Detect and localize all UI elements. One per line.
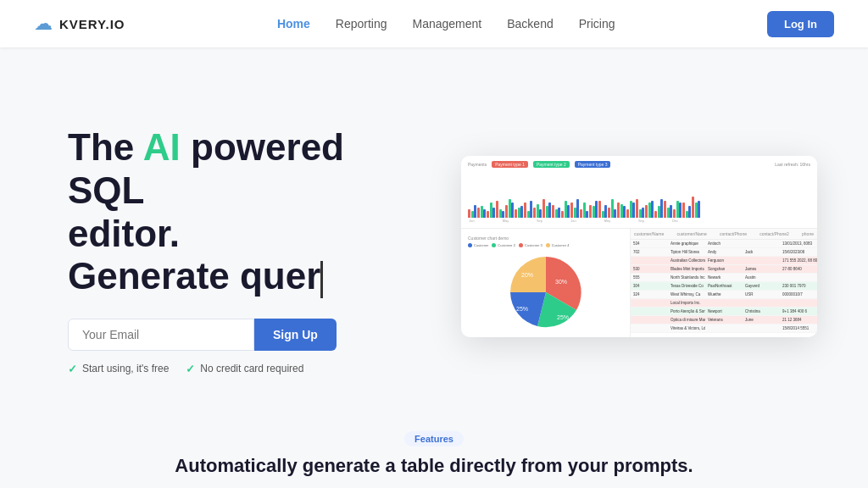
hero-checks: ✓ Start using, it's free ✓ No credit car… — [68, 363, 424, 375]
email-input[interactable] — [68, 319, 254, 351]
features-title: Automatically generate a table directly … — [175, 455, 693, 477]
signup-button[interactable]: Sign Up — [254, 319, 337, 351]
nav-links: Home Reporting Management Backend Pricin… — [277, 17, 615, 30]
check-free: ✓ Start using, it's free — [68, 363, 169, 375]
checkmark-icon-1: ✓ — [68, 363, 77, 375]
features-section: Features Automatically generate a table … — [0, 420, 868, 488]
hero-left: The AI powered SQL editor. Generate quer… — [68, 126, 424, 374]
logo: ☁ KVERY.IO — [34, 13, 125, 35]
nav-backend[interactable]: Backend — [507, 17, 553, 30]
hero-title: The AI powered SQL editor. Generate quer — [68, 126, 424, 297]
svg-text:25%: 25% — [515, 306, 527, 312]
features-badge: Features — [404, 431, 464, 446]
logo-text: KVERY.IO — [59, 17, 125, 31]
hero-title-line3: Generate quer — [68, 255, 323, 297]
check-no-card: ✓ No credit card required — [186, 363, 303, 375]
nav-reporting[interactable]: Reporting — [336, 17, 387, 30]
navbar: ☁ KVERY.IO Home Reporting Management Bac… — [0, 0, 868, 47]
login-button[interactable]: Log In — [767, 11, 834, 37]
hero-ai-highlight: AI — [143, 126, 181, 168]
logo-icon: ☁ — [34, 13, 53, 35]
dashboard-mockup: Payments Payment type 1 Payment type 2 P… — [461, 156, 817, 337]
nav-management[interactable]: Management — [413, 17, 482, 30]
nav-pricing[interactable]: Pricing — [579, 17, 615, 30]
signup-form: Sign Up — [68, 319, 424, 351]
nav-home[interactable]: Home — [277, 17, 310, 30]
svg-text:20%: 20% — [520, 272, 532, 278]
hero-title-line2: editor. — [68, 213, 180, 254]
checkmark-icon-2: ✓ — [186, 363, 195, 375]
hero-title-line1: The AI powered SQL — [68, 126, 344, 211]
svg-text:25%: 25% — [556, 314, 568, 320]
pie-chart: 30% 25% 25% 20% — [499, 250, 593, 330]
hero-right: Payments Payment type 1 Payment type 2 P… — [424, 164, 817, 337]
cursor-blink — [320, 261, 323, 298]
svg-text:30%: 30% — [554, 279, 566, 285]
hero-section: The AI powered SQL editor. Generate quer… — [0, 47, 868, 420]
